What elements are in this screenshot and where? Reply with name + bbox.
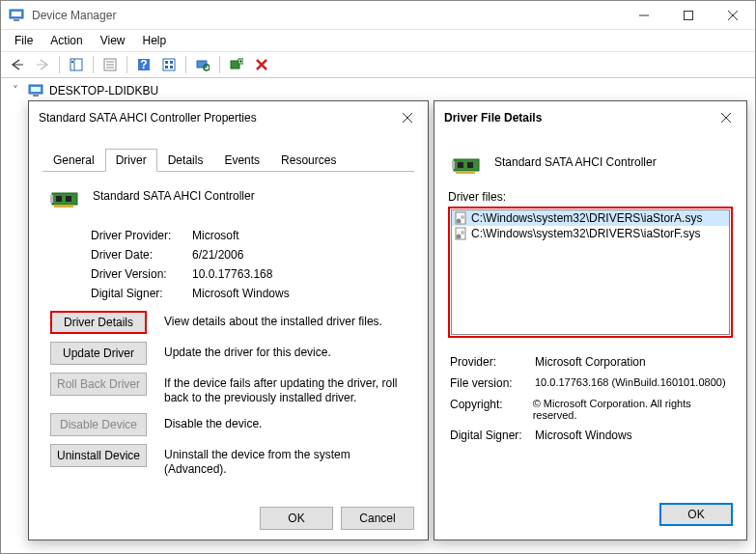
tab-general[interactable]: General — [42, 149, 105, 172]
scan-hardware-icon[interactable] — [192, 54, 213, 75]
file-provider-value: Microsoft Corporation — [535, 355, 646, 369]
svg-rect-38 — [66, 196, 71, 202]
minimize-button[interactable] — [622, 1, 666, 30]
tab-resources[interactable]: Resources — [270, 149, 347, 172]
driver-info: Driver Provider:Microsoft Driver Date:6/… — [42, 218, 414, 303]
file-copyright-value: © Microsoft Corporation. All rights rese… — [533, 398, 733, 421]
svg-rect-32 — [31, 87, 41, 92]
svg-rect-19 — [165, 61, 168, 64]
svg-text:?: ? — [140, 58, 147, 71]
disable-device-desc: Disable the device. — [164, 413, 406, 431]
driver-files-highlight: C:\Windows\system32\DRIVERS\iaStorA.sys … — [448, 207, 733, 338]
driver-files-label: Driver files: — [448, 184, 733, 207]
driver-file-path: C:\Windows\system32\DRIVERS\iaStorA.sys — [471, 211, 702, 225]
svg-rect-11 — [71, 61, 73, 63]
forward-button[interactable] — [32, 54, 53, 75]
svg-rect-21 — [165, 66, 168, 69]
menu-action[interactable]: Action — [42, 32, 90, 49]
menubar: File Action View Help — [1, 30, 755, 51]
svg-rect-44 — [458, 162, 463, 168]
driver-files-listbox[interactable]: C:\Windows\system32\DRIVERS\iaStorA.sys … — [451, 209, 730, 335]
svg-point-49 — [457, 219, 462, 224]
update-driver-button[interactable]: Update Driver — [50, 342, 147, 365]
tab-driver[interactable]: Driver — [105, 149, 157, 172]
svg-rect-40 — [54, 205, 73, 208]
toolbar-separator — [219, 56, 220, 73]
menu-view[interactable]: View — [93, 32, 133, 49]
driver-file-item[interactable]: C:\Windows\system32\DRIVERS\iaStorA.sys — [452, 210, 729, 226]
provider-value: Microsoft — [192, 229, 239, 242]
svg-rect-46 — [452, 161, 455, 169]
dfd-ok-button[interactable]: OK — [659, 503, 733, 526]
driver-file-item[interactable]: C:\Windows\system32\DRIVERS\iaStorF.sys — [452, 226, 729, 241]
properties-cancel-button[interactable]: Cancel — [341, 507, 414, 530]
svg-rect-37 — [56, 196, 62, 202]
properties-tabs: General Driver Details Events Resources — [42, 148, 414, 172]
device-name: Standard SATA AHCI Controller — [93, 189, 255, 203]
file-signer-label: Digital Signer: — [450, 429, 535, 442]
show-hide-tree-icon[interactable] — [66, 54, 87, 75]
tab-events[interactable]: Events — [213, 149, 270, 172]
svg-rect-45 — [467, 162, 473, 168]
svg-rect-4 — [685, 11, 693, 19]
file-version-value: 10.0.17763.168 (WinBuild.160101.0800) — [535, 376, 726, 390]
uninstall-device-desc: Uninstall the device from the system (Ad… — [164, 444, 406, 477]
dfd-close-button[interactable] — [715, 107, 737, 128]
disable-device-button: Disable Device — [50, 413, 147, 436]
version-value: 10.0.17763.168 — [192, 267, 272, 281]
uninstall-device-button[interactable]: Uninstall Device — [50, 444, 147, 467]
date-value: 6/21/2006 — [192, 248, 243, 262]
tree-root-node[interactable]: ˅ DESKTOP-LDIDKBU — [13, 84, 743, 97]
svg-rect-36 — [52, 193, 77, 205]
driver-details-desc: View details about the installed driver … — [164, 311, 406, 329]
date-label: Driver Date: — [91, 248, 192, 262]
provider-label: Driver Provider: — [91, 229, 192, 242]
menu-help[interactable]: Help — [135, 32, 175, 49]
window-titlebar: Device Manager — [1, 1, 755, 30]
toolbar-separator — [126, 56, 127, 73]
update-driver-desc: Update the driver for this device. — [164, 342, 406, 360]
rollback-driver-desc: If the device fails after updating the d… — [164, 373, 406, 405]
properties-ok-button[interactable]: OK — [260, 507, 333, 530]
close-button[interactable] — [711, 1, 755, 30]
file-version-label: File version: — [450, 376, 535, 390]
properties-dialog: Standard SATA AHCI Controller Properties… — [28, 100, 429, 540]
rollback-driver-button: Roll Back Driver — [50, 373, 147, 396]
computer-icon — [28, 84, 43, 97]
device-list-icon[interactable] — [158, 54, 180, 75]
uninstall-icon[interactable] — [251, 54, 272, 75]
toolbar-separator — [185, 56, 186, 73]
chevron-down-icon[interactable]: ˅ — [13, 84, 22, 97]
tree-root-label: DESKTOP-LDIDKBU — [49, 84, 158, 97]
properties-icon[interactable] — [99, 54, 121, 75]
tab-details[interactable]: Details — [157, 149, 214, 172]
back-button[interactable] — [7, 54, 28, 75]
svg-rect-1 — [12, 12, 21, 16]
svg-rect-43 — [454, 159, 479, 171]
driver-file-details-dialog: Driver File Details Standard SATA AHCI C… — [434, 100, 747, 540]
sys-file-icon — [454, 227, 467, 240]
properties-title: Standard SATA AHCI Controller Properties — [39, 111, 397, 125]
svg-rect-22 — [170, 66, 173, 69]
help-icon[interactable]: ? — [133, 54, 154, 75]
maximize-button[interactable] — [666, 1, 711, 30]
menu-file[interactable]: File — [7, 32, 41, 49]
toolbar: ? — [1, 51, 755, 78]
device-manager-icon — [9, 8, 24, 23]
driver-details-button[interactable]: Driver Details — [50, 311, 147, 334]
svg-point-52 — [457, 235, 462, 239]
add-legacy-hardware-icon[interactable] — [226, 54, 247, 75]
pci-card-icon — [452, 155, 483, 179]
svg-point-50 — [461, 215, 464, 219]
svg-rect-23 — [197, 61, 207, 68]
signer-label: Digital Signer: — [91, 287, 192, 300]
svg-rect-33 — [33, 95, 39, 97]
toolbar-separator — [93, 56, 94, 73]
properties-close-button[interactable] — [397, 107, 418, 128]
pci-card-icon — [50, 189, 81, 212]
dfd-title: Driver File Details — [444, 111, 715, 125]
dfd-device-name: Standard SATA AHCI Controller — [494, 155, 657, 169]
file-copyright-label: Copyright: — [450, 398, 533, 421]
svg-rect-39 — [50, 195, 53, 203]
version-label: Driver Version: — [91, 267, 192, 281]
